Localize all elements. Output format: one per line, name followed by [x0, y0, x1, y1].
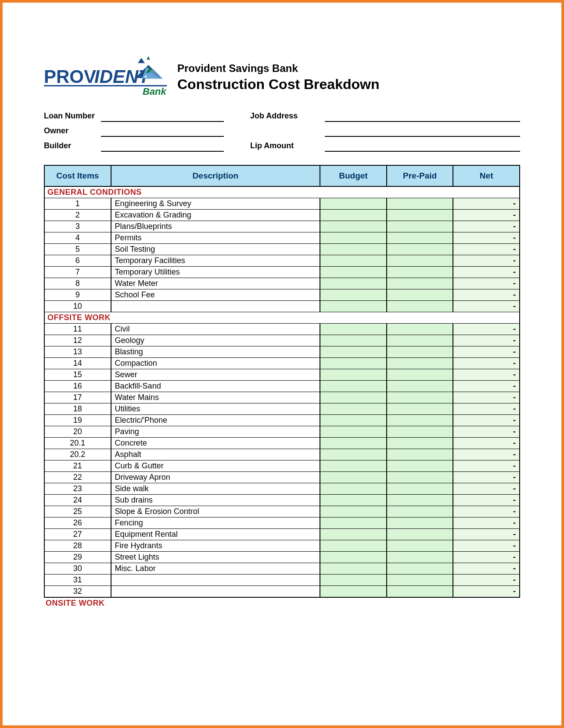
prepaid-cell[interactable] — [387, 221, 453, 232]
budget-cell[interactable] — [320, 381, 387, 392]
prepaid-cell[interactable] — [387, 335, 453, 346]
prepaid-cell[interactable] — [387, 232, 453, 244]
th-description: Description — [111, 165, 320, 186]
prepaid-cell[interactable] — [387, 449, 453, 460]
row-description: Misc. Labor — [111, 563, 320, 575]
budget-cell[interactable] — [320, 529, 387, 540]
row-description: Blasting — [111, 346, 320, 358]
prepaid-cell[interactable] — [387, 244, 453, 255]
budget-cell[interactable] — [320, 483, 387, 495]
prepaid-cell[interactable] — [387, 278, 453, 289]
prepaid-cell[interactable] — [387, 267, 453, 278]
budget-cell[interactable] — [320, 278, 387, 289]
prepaid-cell[interactable] — [387, 552, 453, 563]
net-cell: - — [453, 267, 520, 278]
svg-text:Bank: Bank — [143, 86, 167, 97]
prepaid-cell[interactable] — [387, 506, 453, 517]
net-cell: - — [453, 369, 520, 381]
table-row: 21Curb & Gutter- — [44, 460, 520, 472]
budget-cell[interactable] — [320, 426, 387, 438]
budget-cell[interactable] — [320, 358, 387, 369]
job-address-input-2[interactable] — [325, 126, 520, 137]
prepaid-cell[interactable] — [387, 586, 453, 598]
prepaid-cell[interactable] — [387, 495, 453, 506]
net-cell: - — [453, 552, 520, 563]
provident-bank-logo: PROV IDENT Bank — [44, 55, 167, 99]
prepaid-cell[interactable] — [387, 346, 453, 358]
prepaid-cell[interactable] — [387, 438, 453, 449]
budget-cell[interactable] — [320, 244, 387, 255]
prepaid-cell[interactable] — [387, 403, 453, 415]
row-description: Plans/Blueprints — [111, 221, 320, 232]
row-number: 21 — [44, 460, 111, 472]
lip-amount-label: Lip Amount — [250, 141, 307, 152]
prepaid-cell[interactable] — [387, 381, 453, 392]
row-description — [111, 575, 320, 586]
budget-cell[interactable] — [320, 552, 387, 563]
budget-cell[interactable] — [320, 449, 387, 460]
prepaid-cell[interactable] — [387, 301, 453, 312]
budget-cell[interactable] — [320, 324, 387, 335]
budget-cell[interactable] — [320, 232, 387, 244]
budget-cell[interactable] — [320, 540, 387, 552]
prepaid-cell[interactable] — [387, 575, 453, 586]
budget-cell[interactable] — [320, 392, 387, 403]
job-address-input[interactable] — [325, 111, 520, 122]
svg-marker-0 — [138, 58, 145, 63]
prepaid-cell[interactable] — [387, 392, 453, 403]
prepaid-cell[interactable] — [387, 426, 453, 438]
prepaid-cell[interactable] — [387, 517, 453, 529]
budget-cell[interactable] — [320, 335, 387, 346]
budget-cell[interactable] — [320, 346, 387, 358]
budget-cell[interactable] — [320, 289, 387, 301]
prepaid-cell[interactable] — [387, 358, 453, 369]
prepaid-cell[interactable] — [387, 540, 453, 552]
net-cell: - — [453, 460, 520, 472]
net-cell: - — [453, 517, 520, 529]
net-cell: - — [453, 244, 520, 255]
prepaid-cell[interactable] — [387, 529, 453, 540]
budget-cell[interactable] — [320, 210, 387, 221]
prepaid-cell[interactable] — [387, 289, 453, 301]
net-cell: - — [453, 335, 520, 346]
prepaid-cell[interactable] — [387, 324, 453, 335]
prepaid-cell[interactable] — [387, 415, 453, 426]
net-cell: - — [453, 426, 520, 438]
budget-cell[interactable] — [320, 575, 387, 586]
owner-input[interactable] — [101, 126, 224, 137]
prepaid-cell[interactable] — [387, 369, 453, 381]
budget-cell[interactable] — [320, 506, 387, 517]
row-number: 6 — [44, 255, 111, 267]
budget-cell[interactable] — [320, 438, 387, 449]
net-cell: - — [453, 438, 520, 449]
budget-cell[interactable] — [320, 301, 387, 312]
table-row: 8Water Meter- — [44, 278, 520, 289]
budget-cell[interactable] — [320, 495, 387, 506]
budget-cell[interactable] — [320, 403, 387, 415]
prepaid-cell[interactable] — [387, 198, 453, 210]
budget-cell[interactable] — [320, 267, 387, 278]
prepaid-cell[interactable] — [387, 483, 453, 495]
builder-input[interactable] — [101, 141, 224, 152]
prepaid-cell[interactable] — [387, 472, 453, 483]
budget-cell[interactable] — [320, 563, 387, 575]
budget-cell[interactable] — [320, 460, 387, 472]
budget-cell[interactable] — [320, 472, 387, 483]
budget-cell[interactable] — [320, 255, 387, 267]
prepaid-cell[interactable] — [387, 563, 453, 575]
budget-cell[interactable] — [320, 369, 387, 381]
budget-cell[interactable] — [320, 415, 387, 426]
prepaid-cell[interactable] — [387, 255, 453, 267]
owner-label: Owner — [44, 126, 101, 137]
lip-amount-input[interactable] — [325, 141, 520, 152]
prepaid-cell[interactable] — [387, 210, 453, 221]
th-net: Net — [453, 165, 520, 186]
prepaid-cell[interactable] — [387, 460, 453, 472]
budget-cell[interactable] — [320, 221, 387, 232]
budget-cell[interactable] — [320, 517, 387, 529]
budget-cell[interactable] — [320, 586, 387, 598]
section-heading-row: GENERAL CONDITIONS — [44, 186, 520, 198]
table-row: 14Compaction- — [44, 358, 520, 369]
budget-cell[interactable] — [320, 198, 387, 210]
loan-number-input[interactable] — [101, 111, 224, 122]
